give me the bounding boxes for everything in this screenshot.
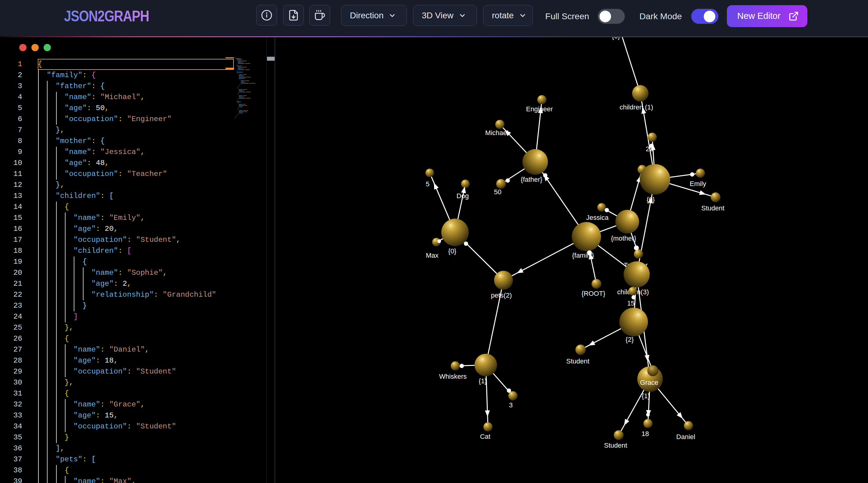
svg-text:Jessica: Jessica xyxy=(586,214,609,221)
svg-text:children (1): children (1) xyxy=(620,103,653,111)
svg-text:50: 50 xyxy=(494,188,501,196)
svg-text:Max: Max xyxy=(426,251,439,259)
svg-text:Michael: Michael xyxy=(485,129,508,137)
svg-text:Cat: Cat xyxy=(480,433,490,440)
svg-text:{father}: {father} xyxy=(521,176,542,183)
svg-text:Student: Student xyxy=(566,357,589,365)
svg-text:{ROOT}: {ROOT} xyxy=(582,290,605,297)
svg-text:{0}: {0} xyxy=(448,247,457,255)
svg-text:Dog: Dog xyxy=(457,192,469,200)
svg-text:Whiskers: Whiskers xyxy=(439,373,467,380)
svg-text:Emily: Emily xyxy=(690,180,706,187)
svg-text:{2}: {2} xyxy=(626,336,634,343)
svg-text:3: 3 xyxy=(509,401,513,409)
svg-text:5: 5 xyxy=(426,180,429,188)
svg-text:Student: Student xyxy=(604,442,627,449)
svg-text:Grace: Grace xyxy=(640,379,658,386)
svg-text:pets(2): pets(2) xyxy=(491,292,512,299)
svg-text:18: 18 xyxy=(642,430,649,437)
svg-text:{1}: {1} xyxy=(479,377,487,385)
svg-text:{1}: {1} xyxy=(642,392,650,400)
svg-text:Student: Student xyxy=(701,204,724,212)
svg-text:{mother}: {mother} xyxy=(611,235,636,242)
svg-text:Daniel: Daniel xyxy=(676,433,695,441)
svg-text:15: 15 xyxy=(627,299,634,307)
